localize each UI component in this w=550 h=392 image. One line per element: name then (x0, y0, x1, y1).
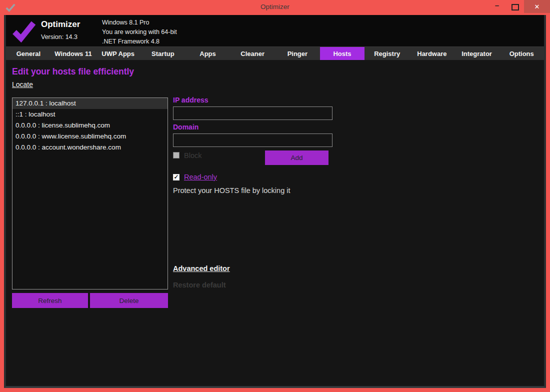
system-info-os: Windows 8.1 Pro (102, 18, 177, 28)
add-button[interactable]: Add (265, 150, 328, 165)
delete-button[interactable]: Delete (90, 293, 168, 308)
host-entry[interactable]: ::1 : localhost (12, 109, 168, 120)
readonly-description: Protect your HOSTS file by locking it (173, 186, 290, 194)
ip-address-input[interactable] (173, 106, 332, 120)
maximize-button[interactable] (506, 0, 524, 14)
page-title: Edit your hosts file efficiently (12, 66, 134, 77)
tab-hosts[interactable]: Hosts (320, 47, 365, 60)
domain-label: Domain (173, 123, 198, 131)
locate-link[interactable]: Locate (12, 80, 33, 88)
window-title: Optimizer (0, 3, 550, 10)
system-info-dotnet: .NET Framework 4.8 (102, 37, 177, 46)
advanced-editor-link[interactable]: Advanced editor (173, 264, 230, 272)
close-icon: ✕ (534, 3, 540, 10)
readonly-label[interactable]: Read-only (184, 173, 217, 181)
host-entry[interactable]: 0.0.0.0 : www.license.sublimehq.com (12, 131, 168, 142)
tab-uwp-apps[interactable]: UWP Apps (96, 47, 140, 60)
optimizer-window: Optimizer – ✕ Optimizer Version: 14.3 Wi… (0, 0, 550, 392)
maximize-icon (512, 4, 519, 10)
host-entry[interactable]: 127.0.0.1 : localhost (12, 98, 168, 109)
ip-address-label: IP address (173, 96, 208, 104)
system-info-arch: You are working with 64-bit (102, 28, 177, 37)
tab-options[interactable]: Options (499, 47, 544, 60)
block-checkbox (173, 152, 180, 158)
system-info: Windows 8.1 Pro You are working with 64-… (102, 18, 177, 46)
titlebar[interactable]: Optimizer – ✕ (0, 0, 550, 15)
tab-startup[interactable]: Startup (140, 47, 186, 60)
app-header: Optimizer Version: 14.3 Windows 8.1 Pro … (6, 15, 544, 46)
tab-registry[interactable]: Registry (364, 47, 410, 60)
checkmark-icon: ✓ (174, 174, 178, 180)
minimize-icon: – (495, 3, 499, 8)
window-controls: – ✕ (488, 0, 550, 14)
refresh-button[interactable]: Refresh (12, 293, 88, 308)
domain-input[interactable] (173, 134, 332, 147)
tab-integrator[interactable]: Integrator (454, 47, 500, 60)
readonly-checkbox[interactable]: ✓ (173, 174, 180, 180)
host-entry[interactable]: 0.0.0.0 : license.sublimehq.com (12, 120, 168, 131)
logo-check-icon (12, 18, 36, 42)
host-entry[interactable]: 0.0.0.0 : account.wondershare.com (12, 142, 168, 153)
tab-windows-11[interactable]: Windows 11 (51, 47, 96, 60)
tab-hardware[interactable]: Hardware (410, 47, 454, 60)
tab-pinger[interactable]: Pinger (275, 47, 320, 60)
restore-default-link: Restore default (173, 281, 226, 289)
block-label: Block (184, 152, 202, 160)
close-button[interactable]: ✕ (524, 0, 550, 13)
tab-general[interactable]: General (6, 47, 51, 60)
window-frame: Optimizer Version: 14.3 Windows 8.1 Pro … (4, 15, 546, 388)
app-name: Optimizer (41, 20, 80, 30)
app-version: Version: 14.3 (41, 34, 78, 40)
minimize-button[interactable]: – (488, 0, 506, 16)
tab-bar: General Windows 11 UWP Apps Startup Apps… (6, 46, 544, 60)
tab-cleaner[interactable]: Cleaner (230, 47, 275, 60)
tab-apps[interactable]: Apps (186, 47, 230, 60)
hosts-list[interactable]: 127.0.0.1 : localhost ::1 : localhost 0.… (12, 98, 168, 290)
hosts-page: Edit your hosts file efficiently Locate … (6, 60, 544, 386)
